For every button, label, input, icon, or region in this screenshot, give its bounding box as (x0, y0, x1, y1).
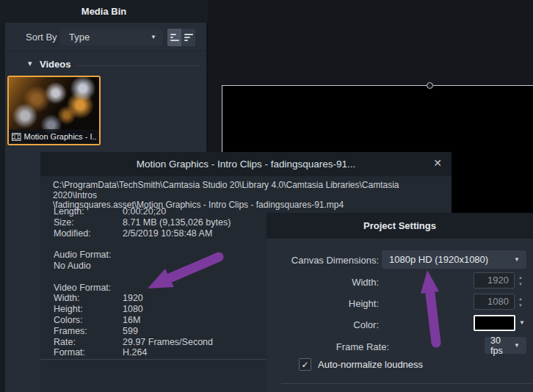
panel-divider (281, 383, 533, 384)
media-clip-thumbnail[interactable]: Motion Graphics - I... (7, 76, 101, 145)
sort-by-label: Sort By (26, 32, 57, 43)
metadata-row-spacer (54, 239, 231, 250)
chevron-down-icon: ▼ (514, 342, 526, 349)
check-icon: ✓ (301, 360, 308, 370)
canvas-dimensions-dropdown[interactable]: 1080p HD (1920x1080) ▼ (382, 250, 526, 269)
metadata-row-audio-format: Audio Format: (54, 250, 231, 261)
metadata-row-frames: Frames:599 (54, 326, 231, 337)
canvas-dimensions-value: 1080p HD (1920x1080) (382, 254, 514, 265)
clip-info-title: Motion Graphics - Intro Clips - fadingsq… (137, 159, 356, 170)
frame-rate-dropdown[interactable]: 30 fps ▼ (485, 337, 526, 354)
canvas-dimensions-label: Canvas Dimensions: (291, 255, 379, 266)
metadata-row-colors: Colors:16M (54, 315, 231, 326)
clip-metadata: Length:0:00:20;20 Size:8.71 MB (9,135,02… (54, 206, 231, 358)
panel-edge-strip (0, 23, 6, 392)
auto-normalize-label: Auto-normalize loudness (318, 359, 423, 370)
height-stepper[interactable]: ▲ ▼ (517, 297, 524, 308)
sort-type-dropdown[interactable]: Type ▼ (60, 29, 163, 46)
metadata-row-spacer (54, 272, 231, 283)
chevron-down-icon: ▼ (514, 256, 526, 263)
spinner-down-icon[interactable]: ▼ (518, 303, 523, 308)
metadata-row-height: Height:1080 (54, 304, 231, 315)
clip-label: Motion Graphics - I... (24, 132, 96, 141)
width-input[interactable]: 1920 (474, 272, 515, 288)
width-stepper[interactable]: ▲ ▼ (517, 275, 524, 286)
metadata-row-no-audio: No Audio (54, 261, 231, 272)
project-settings-header: Project Settings (266, 213, 533, 239)
metadata-row-length: Length:0:00:20;20 (54, 206, 231, 217)
project-settings-title: Project Settings (363, 220, 436, 231)
film-icon (12, 133, 21, 141)
close-icon[interactable]: ✕ (433, 158, 442, 168)
chevron-down-icon[interactable]: ▼ (519, 319, 525, 326)
sort-type-value: Type (60, 32, 151, 43)
frame-rate-label: Frame Rate: (336, 341, 389, 352)
sort-ascending-button[interactable] (167, 29, 181, 46)
spinner-up-icon[interactable]: ▲ (518, 297, 523, 301)
videos-section-label: Videos (40, 59, 70, 70)
section-divider (77, 65, 200, 66)
camtasia-window: Media Bin Sort By Type ▼ ▾ Videos (0, 0, 533, 392)
clip-file-path-line1: C:\ProgramData\TechSmith\Camtasia Studio… (53, 181, 441, 200)
metadata-row-width: Width:1920 (54, 293, 231, 304)
sort-row: Sort By Type ▼ (6, 23, 206, 51)
media-bin-title: Media Bin (81, 6, 126, 17)
metadata-row-modified: Modified:2/5/2019 10:58:48 AM (54, 228, 231, 239)
media-bin-header: Media Bin (0, 0, 208, 23)
spinner-down-icon[interactable]: ▼ (518, 282, 523, 286)
clip-label-bar: Motion Graphics - I... (9, 129, 99, 144)
clip-info-header: Motion Graphics - Intro Clips - fadingsq… (40, 152, 452, 176)
project-settings-panel: Project Settings Canvas Dimensions: 1080… (266, 213, 533, 392)
width-label: Width: (352, 277, 379, 288)
collapse-caret-icon[interactable]: ▾ (28, 59, 32, 68)
height-label: Height: (349, 298, 379, 309)
metadata-row-video-format: Video Format: (54, 283, 231, 294)
sort-order-buttons (167, 29, 195, 46)
metadata-row-format: Format:H.264 (54, 347, 231, 358)
height-input[interactable]: 1080 (474, 294, 515, 310)
metadata-row-size: Size:8.71 MB (9,135,026 bytes) (54, 217, 231, 228)
color-swatch[interactable] (474, 315, 515, 331)
color-label: Color: (353, 319, 379, 330)
videos-section-header[interactable]: ▾ Videos (6, 57, 206, 72)
chevron-down-icon: ▼ (151, 34, 163, 40)
auto-normalize-row: ✓ Auto-normalize loudness (299, 358, 423, 371)
selection-handle-top-left[interactable] (427, 82, 433, 89)
spinner-up-icon[interactable]: ▲ (518, 275, 523, 280)
frame-rate-value: 30 fps (485, 335, 514, 356)
auto-normalize-checkbox[interactable]: ✓ (299, 358, 311, 371)
sort-descending-button[interactable] (181, 29, 195, 46)
metadata-row-rate: Rate:29.97 Frames/Second (54, 337, 231, 348)
